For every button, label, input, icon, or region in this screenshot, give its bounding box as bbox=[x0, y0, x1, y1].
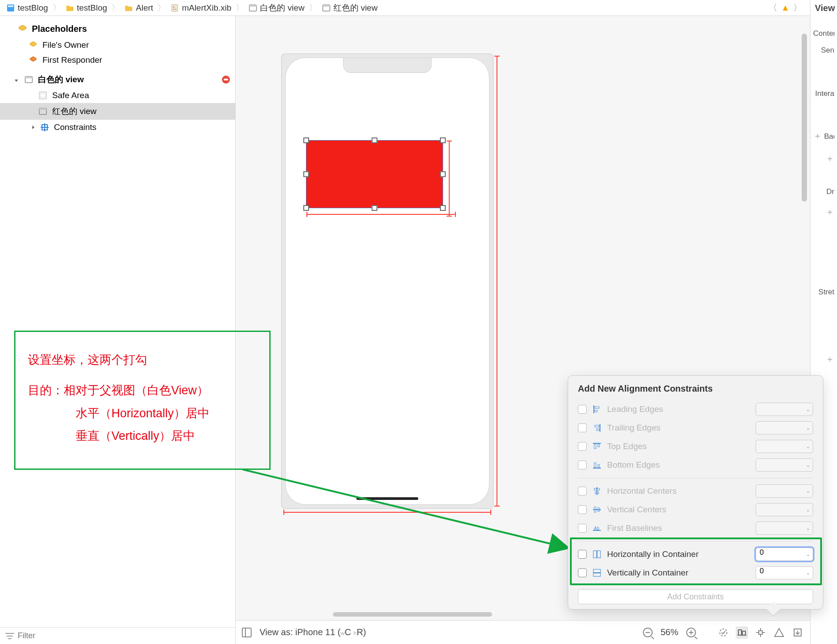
svg-rect-4 bbox=[173, 9, 176, 10]
warning-icon[interactable]: ▲ bbox=[781, 3, 790, 13]
resize-handle[interactable] bbox=[440, 137, 446, 143]
constraints-label: Constraints bbox=[54, 122, 96, 132]
breadcrumb-item[interactable]: 白色的 view bbox=[246, 2, 307, 14]
red-view-item[interactable]: 红色的 view bbox=[0, 103, 235, 120]
nav-back-button[interactable]: 〈 bbox=[767, 2, 779, 14]
constraints-item[interactable]: Constraints bbox=[0, 120, 235, 135]
hcontainer-constant-field[interactable]: 0⌄ bbox=[756, 548, 813, 561]
svg-rect-20 bbox=[742, 631, 745, 635]
zoom-in-button[interactable] bbox=[686, 628, 696, 637]
plus-icon[interactable]: ＋ bbox=[826, 153, 834, 163]
scrollbar-thumb[interactable] bbox=[802, 34, 807, 202]
resize-handle[interactable] bbox=[440, 205, 446, 211]
breadcrumb: testBlog 〉 testBlog 〉 Alert 〉 mAlertXib.… bbox=[0, 0, 810, 16]
device-frame[interactable] bbox=[281, 53, 493, 509]
vcontainer-constant-field[interactable]: 0⌄ bbox=[756, 566, 813, 579]
checkbox[interactable] bbox=[578, 550, 587, 559]
files-owner-item[interactable]: File's Owner bbox=[0, 38, 235, 53]
filter-input[interactable] bbox=[18, 631, 230, 640]
pin-button[interactable] bbox=[754, 626, 767, 639]
inspector-field-label: Stret bbox=[813, 280, 834, 297]
popover-title: Add New Alignment Constraints bbox=[578, 384, 813, 394]
resolve-issues-button[interactable] bbox=[773, 626, 785, 639]
breadcrumb-item[interactable]: testBlog bbox=[4, 3, 51, 13]
svg-rect-36 bbox=[594, 444, 596, 449]
first-baselines-row: Ab First Baselines ⌄ bbox=[578, 519, 813, 537]
separator bbox=[578, 541, 813, 541]
outline-body: Placeholders File's Owner First Responde… bbox=[0, 16, 235, 627]
inspector-field-label: Dr bbox=[813, 179, 834, 196]
plus-icon[interactable]: ＋ bbox=[826, 354, 834, 364]
resize-handle[interactable] bbox=[372, 205, 378, 211]
horizontally-in-container-row[interactable]: Horizontally in Container 0⌄ bbox=[578, 545, 813, 564]
project-icon bbox=[6, 4, 15, 12]
safe-area-item[interactable]: Safe Area bbox=[0, 88, 235, 103]
annotation-line: 设置坐标，这两个打勾 bbox=[28, 349, 257, 371]
align-leading-icon bbox=[592, 404, 602, 414]
svg-rect-40 bbox=[598, 465, 600, 467]
breadcrumb-label: testBlog bbox=[18, 3, 48, 13]
first-responder-icon bbox=[28, 55, 38, 65]
constraints-icon bbox=[40, 122, 50, 132]
toggle-outline-button[interactable] bbox=[242, 628, 252, 637]
align-top-icon bbox=[592, 442, 602, 451]
breadcrumb-item[interactable]: 红色的 view bbox=[319, 2, 380, 14]
first-responder-label: First Responder bbox=[42, 55, 102, 65]
row-label: Horizontal Centers bbox=[607, 486, 676, 496]
red-view[interactable] bbox=[306, 140, 443, 208]
nav-forward-button[interactable]: 〉 bbox=[791, 2, 804, 14]
constant-field: ⌄ bbox=[756, 484, 813, 498]
plus-icon[interactable]: ＋ bbox=[813, 131, 822, 141]
update-frames-button[interactable] bbox=[717, 626, 730, 639]
root-view-item[interactable]: 白色的 view bbox=[0, 71, 235, 88]
safe-area-label: Safe Area bbox=[52, 91, 89, 100]
align-hcenter-icon bbox=[592, 486, 602, 496]
xib-icon bbox=[170, 4, 179, 12]
view-as-label[interactable]: View as: iPhone 11 (wC hR) bbox=[260, 627, 366, 637]
resize-handle[interactable] bbox=[303, 137, 309, 143]
resize-handle[interactable] bbox=[303, 171, 309, 177]
folder-icon bbox=[65, 4, 74, 12]
embed-button[interactable] bbox=[791, 626, 804, 639]
align-baseline-icon: Ab bbox=[592, 523, 602, 533]
outline-filter bbox=[0, 627, 235, 644]
resize-handle[interactable] bbox=[303, 205, 309, 211]
bottom-edges-row: Bottom Edges ⌄ bbox=[578, 456, 813, 474]
zoom-out-button[interactable] bbox=[643, 628, 653, 637]
first-responder-item[interactable]: First Responder bbox=[0, 53, 235, 68]
svg-rect-11 bbox=[39, 92, 46, 99]
vertically-in-container-row[interactable]: Vertically in Container 0⌄ bbox=[578, 564, 813, 582]
chevron-right-icon: 〉 bbox=[51, 2, 63, 14]
canvas-bottom-bar: View as: iPhone 11 (wC hR) 56% bbox=[236, 620, 810, 644]
disclosure-triangle-icon[interactable] bbox=[29, 124, 35, 130]
filter-icon[interactable] bbox=[5, 633, 14, 639]
breadcrumb-label: testBlog bbox=[77, 3, 107, 13]
breadcrumb-item[interactable]: testBlog bbox=[63, 3, 110, 13]
breadcrumb-item[interactable]: Alert bbox=[122, 3, 156, 13]
scrollbar-horizontal[interactable] bbox=[253, 610, 792, 618]
svg-rect-1 bbox=[8, 5, 13, 7]
checkbox bbox=[578, 487, 587, 495]
resize-handle[interactable] bbox=[372, 137, 378, 143]
files-owner-icon bbox=[28, 40, 38, 50]
view-icon bbox=[38, 107, 48, 116]
align-bottom-icon bbox=[592, 460, 602, 470]
row-label: Trailing Edges bbox=[607, 423, 661, 433]
stop-badge-icon[interactable] bbox=[222, 76, 230, 84]
row-label: Leading Edges bbox=[607, 404, 663, 414]
placeholders-icon bbox=[18, 24, 27, 34]
checkbox[interactable] bbox=[578, 568, 587, 577]
plus-icon[interactable]: ＋ bbox=[826, 207, 834, 217]
zoom-level[interactable]: 56% bbox=[661, 627, 678, 637]
resize-handle[interactable] bbox=[440, 171, 446, 177]
add-constraints-button: Add Constraints bbox=[578, 589, 813, 604]
breadcrumb-item[interactable]: mAlertXib.xib bbox=[168, 3, 234, 13]
device-screen[interactable] bbox=[285, 57, 489, 505]
scrollbar-thumb[interactable] bbox=[333, 612, 492, 617]
svg-rect-12 bbox=[41, 93, 45, 98]
breadcrumb-label: 白色的 view bbox=[260, 2, 304, 14]
disclosure-triangle-icon[interactable] bbox=[13, 76, 19, 83]
align-button[interactable] bbox=[736, 626, 748, 639]
breadcrumb-label: Alert bbox=[136, 3, 153, 13]
svg-rect-6 bbox=[249, 5, 256, 7]
